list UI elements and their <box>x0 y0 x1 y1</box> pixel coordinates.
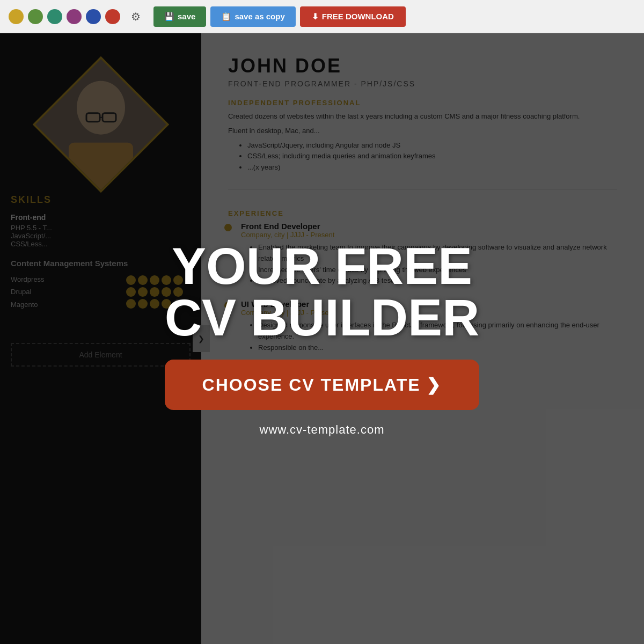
settings-button[interactable]: ⚙ <box>127 8 145 26</box>
download-icon: ⬇ <box>312 12 319 21</box>
color-dot-teal[interactable] <box>47 9 62 24</box>
save-label: save <box>178 12 195 21</box>
website-url: www.cv-template.com <box>260 423 385 437</box>
toolbar: ⚙ 💾 save 📋 save as copy ⬇ FREE DOWNLOAD <box>0 0 644 33</box>
color-dot-yellow[interactable] <box>9 9 24 24</box>
headline-line2: CV BUILDER <box>165 289 480 346</box>
headline-line1: YOUR FREE <box>172 237 472 295</box>
download-label: FREE DOWNLOAD <box>322 12 394 21</box>
overlay-headline: YOUR FREE CV BUILDER <box>165 240 480 343</box>
main-area: SKILLS Front-end PHP 5.5 - T...JavaScrip… <box>0 33 644 644</box>
save-icon: 💾 <box>164 12 174 21</box>
color-dot-red[interactable] <box>105 9 120 24</box>
choose-template-button[interactable]: CHOOSE CV TEMPLATE ❯ <box>165 360 480 410</box>
copy-icon: 📋 <box>221 12 231 21</box>
color-dot-blue[interactable] <box>86 9 101 24</box>
promo-overlay: YOUR FREE CV BUILDER CHOOSE CV TEMPLATE … <box>0 33 644 644</box>
save-button[interactable]: 💾 save <box>153 6 206 27</box>
color-dot-green[interactable] <box>28 9 43 24</box>
save-as-copy-button[interactable]: 📋 save as copy <box>210 6 295 27</box>
save-copy-label: save as copy <box>235 12 284 21</box>
color-dot-purple[interactable] <box>67 9 82 24</box>
download-button[interactable]: ⬇ FREE DOWNLOAD <box>300 6 406 27</box>
gear-icon: ⚙ <box>131 10 141 23</box>
